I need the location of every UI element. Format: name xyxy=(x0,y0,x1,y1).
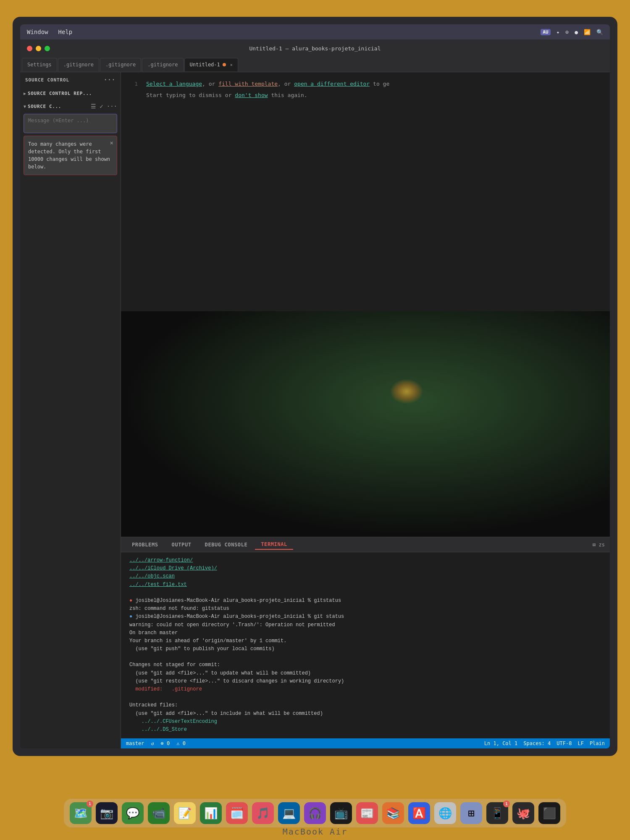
appletv-icon: 📺 xyxy=(334,807,348,819)
podcasts-icon: 🎧 xyxy=(308,807,322,819)
dock-ai[interactable]: 🌐 xyxy=(434,802,456,824)
terminal-line-1: ../../arrow-function/ xyxy=(129,556,601,564)
dock-vscode[interactable]: 💻 xyxy=(278,802,300,824)
source-control-rep-header[interactable]: ▶ SOURCE CONTROL REP... xyxy=(20,89,121,98)
terminal-line-6: zsh: command not found: gitstatus xyxy=(129,605,601,613)
dock-music[interactable]: 🎵 xyxy=(252,802,274,824)
tab-gitignore-2[interactable]: .gitignore xyxy=(100,58,141,71)
dock-launchpad[interactable]: ⊞ xyxy=(460,802,482,824)
tab-output[interactable]: OUTPUT xyxy=(166,540,197,549)
warnings-count[interactable]: ⚠ 0 xyxy=(176,740,186,746)
tab-label: .gitignore xyxy=(147,62,178,68)
prompt-dot-blue: ● xyxy=(129,614,132,620)
wifi-icon: 📶 xyxy=(584,29,591,35)
tab-label: Untitled-1 xyxy=(190,62,220,68)
git-branch[interactable]: master xyxy=(126,740,144,746)
terminal-line-19: ../../.DS_Store xyxy=(129,726,601,734)
terminal-blank-3 xyxy=(129,693,601,701)
editor-connector-3: to ge xyxy=(370,81,389,87)
eol-setting[interactable]: LF xyxy=(578,740,583,746)
dock-maps[interactable]: 🗺️ 1 xyxy=(70,802,92,824)
tab-problems[interactable]: PROBLEMS xyxy=(126,540,164,549)
dock-messages[interactable]: 💬 xyxy=(122,802,144,824)
dock-appstore[interactable]: 🅰️ xyxy=(408,802,430,824)
dock-calendar[interactable]: 🗓️ xyxy=(226,802,248,824)
source-control-section-header[interactable]: ▼ SOURCE C... ☰ ✓ ··· xyxy=(20,101,121,111)
launchpad-icon: ⊞ xyxy=(468,807,475,819)
calendar-icon: 🗓️ xyxy=(230,807,244,819)
open-editor-link[interactable]: open a different editor xyxy=(294,81,370,87)
dock-iphone-mirroring[interactable]: 📱 1 xyxy=(486,802,508,824)
menu-window[interactable]: Window xyxy=(27,29,48,35)
commit-message-input[interactable] xyxy=(24,114,117,131)
dock-news[interactable]: 📰 xyxy=(356,802,378,824)
terminal-new-button[interactable]: ⊞ zs xyxy=(593,542,605,548)
untracked-2: ../../.DS_Store xyxy=(142,727,187,732)
macbook-label: MacBook Air xyxy=(283,827,347,837)
dock-facetime[interactable]: 📹 xyxy=(148,802,170,824)
prompt-dot-red: ● xyxy=(129,598,132,604)
terminal-line-5: ● josibel@Josianes-MacBook-Air alura_boo… xyxy=(129,597,601,605)
tab-gitignore-1[interactable]: .gitignore xyxy=(58,58,99,71)
terminal-line-12: Changes not staged for commit: xyxy=(129,661,601,669)
tab-terminal[interactable]: TERMINAL xyxy=(255,540,293,550)
minimize-button[interactable] xyxy=(36,46,41,51)
music-icon: 🎵 xyxy=(256,807,270,819)
encoding-setting[interactable]: UTF-8 xyxy=(556,740,572,746)
tab-label: .gitignore xyxy=(105,62,136,68)
chevron-down-icon: ▼ xyxy=(24,104,26,109)
select-language-link[interactable]: Select a language xyxy=(146,81,202,87)
editor-content: 1 Select a language, or fill with templa… xyxy=(121,72,610,311)
laptop-bezel: Window Help AU ✦ ⊙ ● 📶 🔍 Untitled-1 — al… xyxy=(13,17,617,756)
terminal-line-13: (use "git add <file>..." to update what … xyxy=(129,669,601,677)
traffic-lights xyxy=(27,46,50,51)
tab-close-icon[interactable]: × xyxy=(230,63,233,67)
tab-untitled[interactable]: Untitled-1 × xyxy=(184,58,238,71)
dock-books[interactable]: 📚 xyxy=(382,802,404,824)
facetime-icon: 📹 xyxy=(152,807,165,819)
overflow-icon[interactable]: ··· xyxy=(107,103,117,110)
screenrecord-icon: ⊙ xyxy=(565,29,569,35)
tab-gitignore-3[interactable]: .gitignore xyxy=(142,58,183,71)
spaces-setting[interactable]: Spaces: 4 xyxy=(523,740,551,746)
stage-all-icon[interactable]: ☰ xyxy=(91,103,96,110)
menu-help[interactable]: Help xyxy=(58,29,73,35)
file-type[interactable]: Plain xyxy=(590,740,605,746)
dock-appletv[interactable]: 📺 xyxy=(330,802,352,824)
dock: 🗺️ 1 📷 💬 📹 📝 📊 🗓️ 🎵 💻 🎧 📺 📰 📚 🅰️ 🌐 xyxy=(64,799,566,827)
fill-template-link[interactable]: fill with template xyxy=(218,81,278,87)
dock-numbers[interactable]: 📊 xyxy=(200,802,222,824)
sidebar-header: SOURCE CONTROL ··· xyxy=(20,72,121,87)
news-icon: 📰 xyxy=(360,807,374,819)
main-content: SOURCE CONTROL ··· ▶ SOURCE CONTROL REP.… xyxy=(20,72,610,748)
vscode-icon: 💻 xyxy=(282,807,296,819)
dock-photos[interactable]: 📷 xyxy=(96,802,118,824)
tab-settings[interactable]: Settings xyxy=(22,58,57,71)
search-icon[interactable]: 🔍 xyxy=(596,29,603,35)
dont-show-link[interactable]: don't show xyxy=(235,92,268,98)
close-button[interactable] xyxy=(27,46,32,51)
terminal-icon: ⬛ xyxy=(543,807,556,819)
dot-icon: ● xyxy=(575,29,578,35)
iphone-badge: 1 xyxy=(503,801,510,807)
terminal-line-16: Untracked files: xyxy=(129,701,601,709)
maps-icon: 🗺️ xyxy=(74,807,87,819)
tab-debug-console[interactable]: DEBUG CONSOLE xyxy=(199,540,254,549)
tab-label: .gitignore xyxy=(63,62,94,68)
source-control-section: ▼ SOURCE C... ☰ ✓ ··· × xyxy=(20,100,121,178)
sidebar-title: SOURCE CONTROL xyxy=(25,77,69,83)
errors-count[interactable]: ⊗ 0 xyxy=(161,740,170,746)
photos-icon: 📷 xyxy=(100,807,113,819)
terminal-line-18: ../../.CFUserTextEncoding xyxy=(129,718,601,726)
dock-github[interactable]: 🐙 xyxy=(512,802,534,824)
sync-icon[interactable]: ↺ xyxy=(151,740,154,746)
dock-podcasts[interactable]: 🎧 xyxy=(304,802,326,824)
sidebar-more-icon[interactable]: ··· xyxy=(104,76,116,83)
checkmark-icon[interactable]: ✓ xyxy=(100,103,103,110)
fullscreen-button[interactable] xyxy=(45,46,50,51)
terminal-blank-1 xyxy=(129,589,601,597)
editor-area: 1 Select a language, or fill with templa… xyxy=(121,72,610,748)
warning-close-button[interactable]: × xyxy=(110,139,113,147)
dock-terminal[interactable]: ⬛ xyxy=(538,802,560,824)
dock-notes[interactable]: 📝 xyxy=(174,802,196,824)
